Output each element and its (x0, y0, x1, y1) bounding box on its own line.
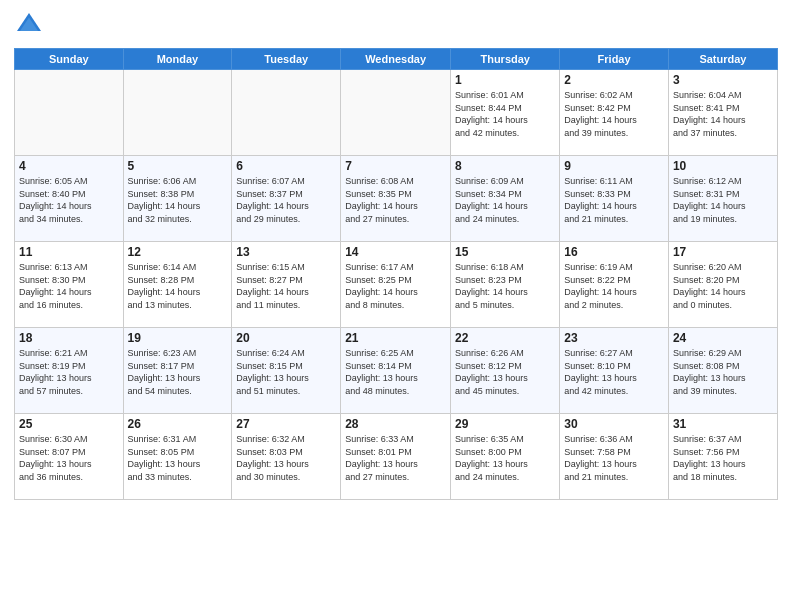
calendar-week-row: 25Sunrise: 6:30 AM Sunset: 8:07 PM Dayli… (15, 414, 778, 500)
calendar-day-cell: 14Sunrise: 6:17 AM Sunset: 8:25 PM Dayli… (341, 242, 451, 328)
calendar-day-cell: 20Sunrise: 6:24 AM Sunset: 8:15 PM Dayli… (232, 328, 341, 414)
day-info: Sunrise: 6:19 AM Sunset: 8:22 PM Dayligh… (564, 261, 664, 311)
day-info: Sunrise: 6:33 AM Sunset: 8:01 PM Dayligh… (345, 433, 446, 483)
page-header (14, 10, 778, 40)
day-info: Sunrise: 6:35 AM Sunset: 8:00 PM Dayligh… (455, 433, 555, 483)
calendar-day-cell: 27Sunrise: 6:32 AM Sunset: 8:03 PM Dayli… (232, 414, 341, 500)
calendar-day-cell: 11Sunrise: 6:13 AM Sunset: 8:30 PM Dayli… (15, 242, 124, 328)
calendar-day-cell: 3Sunrise: 6:04 AM Sunset: 8:41 PM Daylig… (668, 70, 777, 156)
day-info: Sunrise: 6:06 AM Sunset: 8:38 PM Dayligh… (128, 175, 228, 225)
weekday-header: Monday (123, 49, 232, 70)
day-number: 17 (673, 245, 773, 259)
day-info: Sunrise: 6:12 AM Sunset: 8:31 PM Dayligh… (673, 175, 773, 225)
calendar-day-cell: 22Sunrise: 6:26 AM Sunset: 8:12 PM Dayli… (451, 328, 560, 414)
calendar-week-row: 11Sunrise: 6:13 AM Sunset: 8:30 PM Dayli… (15, 242, 778, 328)
day-info: Sunrise: 6:05 AM Sunset: 8:40 PM Dayligh… (19, 175, 119, 225)
calendar-day-cell: 6Sunrise: 6:07 AM Sunset: 8:37 PM Daylig… (232, 156, 341, 242)
day-info: Sunrise: 6:32 AM Sunset: 8:03 PM Dayligh… (236, 433, 336, 483)
day-number: 13 (236, 245, 336, 259)
calendar-week-row: 4Sunrise: 6:05 AM Sunset: 8:40 PM Daylig… (15, 156, 778, 242)
calendar-day-cell (232, 70, 341, 156)
weekday-header: Thursday (451, 49, 560, 70)
day-number: 6 (236, 159, 336, 173)
calendar-day-cell: 2Sunrise: 6:02 AM Sunset: 8:42 PM Daylig… (560, 70, 669, 156)
day-info: Sunrise: 6:13 AM Sunset: 8:30 PM Dayligh… (19, 261, 119, 311)
calendar-day-cell (341, 70, 451, 156)
calendar-day-cell: 30Sunrise: 6:36 AM Sunset: 7:58 PM Dayli… (560, 414, 669, 500)
day-number: 5 (128, 159, 228, 173)
day-info: Sunrise: 6:11 AM Sunset: 8:33 PM Dayligh… (564, 175, 664, 225)
day-number: 25 (19, 417, 119, 431)
day-info: Sunrise: 6:18 AM Sunset: 8:23 PM Dayligh… (455, 261, 555, 311)
day-number: 29 (455, 417, 555, 431)
calendar-week-row: 1Sunrise: 6:01 AM Sunset: 8:44 PM Daylig… (15, 70, 778, 156)
day-info: Sunrise: 6:29 AM Sunset: 8:08 PM Dayligh… (673, 347, 773, 397)
day-number: 23 (564, 331, 664, 345)
weekday-header: Saturday (668, 49, 777, 70)
logo (14, 10, 50, 40)
day-info: Sunrise: 6:24 AM Sunset: 8:15 PM Dayligh… (236, 347, 336, 397)
day-number: 27 (236, 417, 336, 431)
day-number: 4 (19, 159, 119, 173)
weekday-header: Friday (560, 49, 669, 70)
day-info: Sunrise: 6:23 AM Sunset: 8:17 PM Dayligh… (128, 347, 228, 397)
day-number: 1 (455, 73, 555, 87)
calendar-day-cell: 25Sunrise: 6:30 AM Sunset: 8:07 PM Dayli… (15, 414, 124, 500)
calendar-header-row: SundayMondayTuesdayWednesdayThursdayFrid… (15, 49, 778, 70)
day-info: Sunrise: 6:17 AM Sunset: 8:25 PM Dayligh… (345, 261, 446, 311)
calendar-day-cell: 15Sunrise: 6:18 AM Sunset: 8:23 PM Dayli… (451, 242, 560, 328)
calendar-day-cell: 23Sunrise: 6:27 AM Sunset: 8:10 PM Dayli… (560, 328, 669, 414)
calendar-table: SundayMondayTuesdayWednesdayThursdayFrid… (14, 48, 778, 500)
day-info: Sunrise: 6:08 AM Sunset: 8:35 PM Dayligh… (345, 175, 446, 225)
calendar-week-row: 18Sunrise: 6:21 AM Sunset: 8:19 PM Dayli… (15, 328, 778, 414)
day-info: Sunrise: 6:20 AM Sunset: 8:20 PM Dayligh… (673, 261, 773, 311)
day-info: Sunrise: 6:37 AM Sunset: 7:56 PM Dayligh… (673, 433, 773, 483)
calendar-day-cell: 26Sunrise: 6:31 AM Sunset: 8:05 PM Dayli… (123, 414, 232, 500)
day-number: 2 (564, 73, 664, 87)
day-number: 24 (673, 331, 773, 345)
day-number: 16 (564, 245, 664, 259)
day-info: Sunrise: 6:02 AM Sunset: 8:42 PM Dayligh… (564, 89, 664, 139)
weekday-header: Sunday (15, 49, 124, 70)
day-number: 22 (455, 331, 555, 345)
logo-icon (14, 10, 44, 40)
calendar-day-cell: 8Sunrise: 6:09 AM Sunset: 8:34 PM Daylig… (451, 156, 560, 242)
calendar-day-cell (123, 70, 232, 156)
day-number: 3 (673, 73, 773, 87)
day-info: Sunrise: 6:04 AM Sunset: 8:41 PM Dayligh… (673, 89, 773, 139)
day-number: 18 (19, 331, 119, 345)
day-number: 31 (673, 417, 773, 431)
day-info: Sunrise: 6:30 AM Sunset: 8:07 PM Dayligh… (19, 433, 119, 483)
calendar-day-cell: 9Sunrise: 6:11 AM Sunset: 8:33 PM Daylig… (560, 156, 669, 242)
day-info: Sunrise: 6:15 AM Sunset: 8:27 PM Dayligh… (236, 261, 336, 311)
calendar-day-cell: 17Sunrise: 6:20 AM Sunset: 8:20 PM Dayli… (668, 242, 777, 328)
calendar-day-cell: 5Sunrise: 6:06 AM Sunset: 8:38 PM Daylig… (123, 156, 232, 242)
day-number: 19 (128, 331, 228, 345)
day-info: Sunrise: 6:09 AM Sunset: 8:34 PM Dayligh… (455, 175, 555, 225)
day-info: Sunrise: 6:26 AM Sunset: 8:12 PM Dayligh… (455, 347, 555, 397)
calendar-day-cell: 28Sunrise: 6:33 AM Sunset: 8:01 PM Dayli… (341, 414, 451, 500)
day-number: 7 (345, 159, 446, 173)
day-number: 11 (19, 245, 119, 259)
calendar-day-cell (15, 70, 124, 156)
day-info: Sunrise: 6:07 AM Sunset: 8:37 PM Dayligh… (236, 175, 336, 225)
calendar-day-cell: 31Sunrise: 6:37 AM Sunset: 7:56 PM Dayli… (668, 414, 777, 500)
calendar-day-cell: 24Sunrise: 6:29 AM Sunset: 8:08 PM Dayli… (668, 328, 777, 414)
day-number: 9 (564, 159, 664, 173)
day-info: Sunrise: 6:27 AM Sunset: 8:10 PM Dayligh… (564, 347, 664, 397)
weekday-header: Wednesday (341, 49, 451, 70)
calendar-day-cell: 18Sunrise: 6:21 AM Sunset: 8:19 PM Dayli… (15, 328, 124, 414)
day-number: 28 (345, 417, 446, 431)
day-number: 14 (345, 245, 446, 259)
day-number: 30 (564, 417, 664, 431)
calendar-day-cell: 10Sunrise: 6:12 AM Sunset: 8:31 PM Dayli… (668, 156, 777, 242)
day-number: 8 (455, 159, 555, 173)
day-number: 26 (128, 417, 228, 431)
calendar-day-cell: 12Sunrise: 6:14 AM Sunset: 8:28 PM Dayli… (123, 242, 232, 328)
calendar-day-cell: 29Sunrise: 6:35 AM Sunset: 8:00 PM Dayli… (451, 414, 560, 500)
day-info: Sunrise: 6:21 AM Sunset: 8:19 PM Dayligh… (19, 347, 119, 397)
day-info: Sunrise: 6:14 AM Sunset: 8:28 PM Dayligh… (128, 261, 228, 311)
day-number: 12 (128, 245, 228, 259)
calendar-day-cell: 21Sunrise: 6:25 AM Sunset: 8:14 PM Dayli… (341, 328, 451, 414)
day-info: Sunrise: 6:01 AM Sunset: 8:44 PM Dayligh… (455, 89, 555, 139)
